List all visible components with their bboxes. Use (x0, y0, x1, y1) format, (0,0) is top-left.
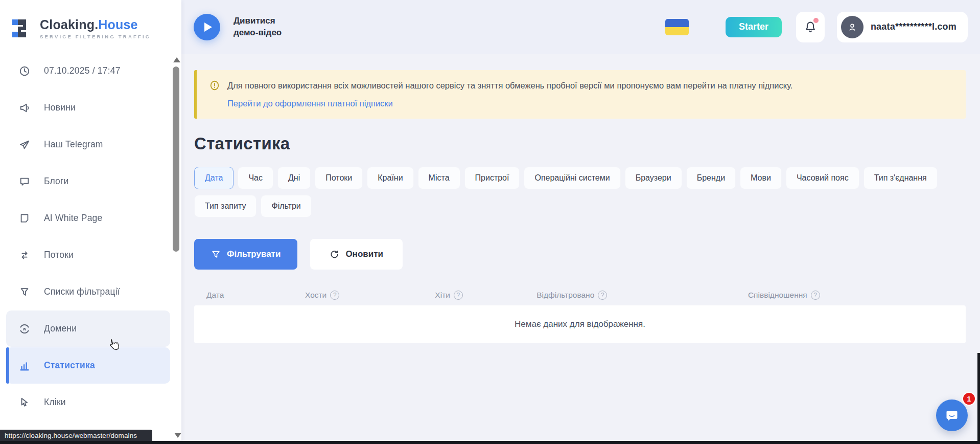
avatar (841, 16, 864, 38)
help-icon[interactable]: ? (811, 291, 820, 300)
funnel-icon (211, 250, 221, 259)
brand-name: Cloaking.House (40, 17, 151, 32)
column-header-date: Дата (206, 291, 305, 300)
chat-unread-badge: 1 (962, 392, 976, 406)
sidebar-item-statistics[interactable]: Статистика (6, 347, 170, 384)
notifications-button[interactable] (796, 12, 825, 42)
scrollbar-thumb[interactable] (173, 66, 179, 252)
sidebar-item-ai-white-page[interactable]: AI White Page (6, 200, 170, 236)
filter-tabs: Дата Час Дні Потоки Країни Міста Пристро… (194, 167, 950, 217)
logo-mark (11, 17, 34, 39)
refresh-button[interactable]: Оновити (310, 239, 403, 270)
filter-tab-timezone[interactable]: Часовий пояс (786, 167, 859, 189)
filter-tab-cities[interactable]: Міста (418, 167, 460, 189)
trial-warning-banner: Для повного використання всіх можливосте… (194, 70, 966, 119)
sidebar-item-blogs[interactable]: Блоги (6, 163, 170, 199)
filter-tab-days[interactable]: Дні (277, 167, 311, 189)
filter-tab-languages[interactable]: Мови (740, 167, 782, 189)
filter-tab-connection-type[interactable]: Тип з'єднання (864, 167, 938, 189)
user-menu[interactable]: naata**********l.com (837, 12, 968, 42)
sidebar-item-domains[interactable]: w Домени (6, 310, 170, 347)
filter-tab-os[interactable]: Операційні системи (524, 167, 620, 189)
sidebar-item-clicks[interactable]: Кліки (6, 384, 170, 420)
plan-starter-button[interactable]: Starter (726, 17, 782, 37)
chat-bubble-icon (944, 407, 960, 424)
svg-text:w: w (22, 326, 27, 331)
sidebar-item-streams[interactable]: Потоки (6, 237, 170, 273)
filter-tab-date[interactable]: Дата (194, 167, 234, 189)
logo[interactable]: Cloaking.House SERVICE FILTERING TRAFFIC (0, 0, 181, 45)
sync-icon (18, 249, 31, 261)
refresh-icon (330, 250, 339, 259)
filter-tab-browsers[interactable]: Браузери (625, 167, 682, 189)
page-icon (18, 212, 31, 225)
filter-button[interactable]: Фільтрувати (194, 239, 297, 270)
play-demo-button[interactable] (194, 14, 220, 40)
speech-bubble-icon (18, 175, 31, 188)
sidebar-item-news[interactable]: Новини (6, 90, 170, 126)
filter-tab-time[interactable]: Час (238, 167, 273, 189)
filter-tab-filters[interactable]: Фільтри (261, 195, 311, 217)
brand-tagline: SERVICE FILTERING TRAFFIC (40, 34, 151, 39)
page-title: Статистика (194, 134, 966, 153)
status-bar-url: https://cloaking.house/webmaster/domains (0, 430, 152, 441)
sidebar-nav: 07.10.2025 / 17:47 Новини Наш Telegram Б… (0, 45, 181, 420)
main-content: Для повного використання всіх можливосте… (181, 54, 980, 343)
subscription-link[interactable]: Перейти до оформлення платної підписки (227, 99, 393, 108)
empty-message: Немає даних для відображення. (515, 319, 645, 329)
cursor-icon (18, 396, 31, 409)
person-icon (847, 21, 858, 33)
demo-video-label[interactable]: Дивитися демо-відео (234, 15, 295, 38)
column-header-hosts: Хости ? (305, 291, 435, 300)
telegram-icon (18, 139, 31, 151)
bar-chart-icon (18, 360, 31, 372)
scrollbar-down-arrow[interactable] (174, 433, 181, 438)
column-header-ratio: Співвідношення ? (748, 291, 953, 300)
column-header-hits: Хіти ? (435, 291, 536, 300)
megaphone-icon (18, 102, 31, 114)
table-header-row: Дата Хости ? Хіти ? Відфільтровано ? Спі… (194, 285, 966, 305)
filter-tab-countries[interactable]: Країни (367, 167, 413, 189)
topbar: Дивитися демо-відео Starter naata*******… (181, 0, 980, 54)
user-email: naata**********l.com (871, 21, 956, 32)
webmaster-globe-icon: w (18, 323, 31, 335)
window-bottom-edge (0, 441, 980, 444)
help-icon[interactable]: ? (330, 291, 339, 300)
help-icon[interactable]: ? (598, 291, 607, 300)
help-icon[interactable]: ? (454, 291, 463, 300)
chat-widget-button[interactable] (936, 399, 968, 431)
filter-tab-streams[interactable]: Потоки (315, 167, 363, 189)
table-empty-state: Немає даних для відображення. (194, 305, 966, 343)
funnel-icon (18, 286, 31, 298)
filter-tab-devices[interactable]: Пристрої (464, 167, 520, 189)
window-right-edge (977, 353, 980, 444)
notification-dot (813, 18, 819, 23)
play-icon (204, 23, 212, 32)
filter-tab-request-type[interactable]: Тип запиту (194, 195, 256, 217)
clock-icon (18, 65, 31, 77)
sidebar-item-filter-lists[interactable]: Списки фільтрації (6, 274, 170, 310)
column-header-filtered: Відфільтровано ? (536, 291, 748, 300)
ukraine-flag-icon[interactable] (665, 19, 689, 35)
sidebar-item-telegram[interactable]: Наш Telegram (6, 126, 170, 163)
banner-text: Для повного використання всіх можливосте… (227, 80, 792, 91)
warning-icon (209, 80, 220, 91)
sidebar-item-datetime[interactable]: 07.10.2025 / 17:47 (6, 53, 170, 89)
sidebar: Cloaking.House SERVICE FILTERING TRAFFIC… (0, 0, 181, 444)
scrollbar-up-arrow[interactable] (173, 57, 180, 62)
filter-tab-brands[interactable]: Бренди (686, 167, 736, 189)
